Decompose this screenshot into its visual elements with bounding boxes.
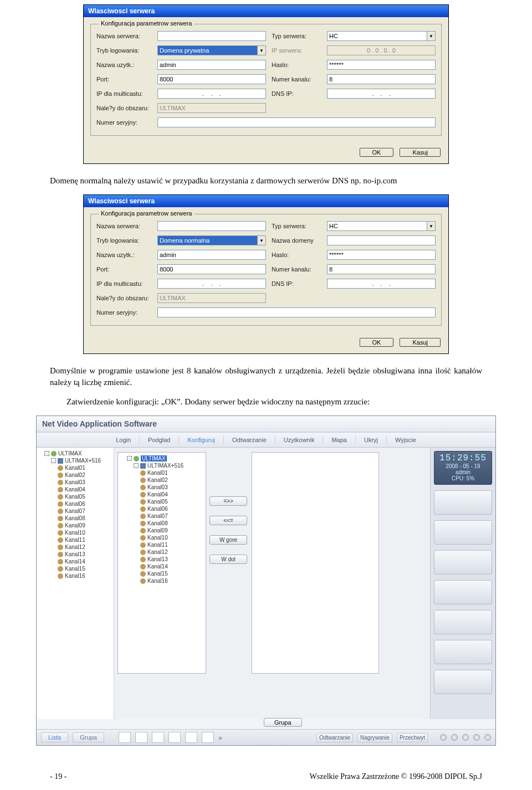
side-button-5[interactable] bbox=[434, 610, 492, 634]
tree-channel[interactable]: Kanal12 bbox=[58, 543, 112, 551]
move-up-button[interactable]: W gore bbox=[209, 535, 247, 545]
input-dns-ip[interactable]: . . . bbox=[327, 89, 436, 99]
nav-login[interactable]: Login bbox=[108, 435, 140, 444]
layout-8-icon[interactable] bbox=[168, 732, 181, 743]
tab-lista[interactable]: Lista bbox=[41, 732, 68, 742]
tree-channel[interactable]: Kanal04 bbox=[58, 486, 112, 493]
select-tryb-logowania[interactable]: ▼ bbox=[157, 235, 266, 245]
side-button-7[interactable] bbox=[434, 670, 492, 694]
input-nazwa-serwera[interactable] bbox=[157, 31, 266, 41]
chevron-down-icon[interactable]: ▼ bbox=[427, 221, 436, 231]
select-typ-serwera[interactable]: ▼ bbox=[327, 31, 436, 41]
tree-channel[interactable]: Kanal01 bbox=[140, 469, 203, 476]
chevron-down-icon[interactable]: ▼ bbox=[257, 45, 266, 55]
tree-channel[interactable]: Kanal06 bbox=[140, 505, 203, 512]
input-numer-kanalu[interactable] bbox=[327, 74, 436, 84]
tree-channel[interactable]: Kanal07 bbox=[140, 512, 203, 520]
dot-button-1[interactable] bbox=[440, 734, 447, 741]
input-numer-seryjny[interactable] bbox=[157, 307, 436, 317]
input-nazwa-serwera[interactable] bbox=[157, 221, 266, 231]
input-port[interactable] bbox=[157, 264, 266, 274]
nav-konfiguruj[interactable]: Konfiguruj bbox=[179, 435, 224, 444]
layout-more-icon[interactable]: » bbox=[218, 733, 222, 742]
input-nazwa-uzytk[interactable] bbox=[157, 250, 266, 260]
tree-channel[interactable]: Kanal06 bbox=[58, 500, 112, 507]
tree-root[interactable]: -ULTIMAX bbox=[44, 450, 112, 457]
layout-9-icon[interactable] bbox=[185, 732, 197, 743]
layout-1-icon[interactable] bbox=[119, 732, 131, 743]
nav-odtwarzanie[interactable]: Odtwarzanie bbox=[224, 435, 275, 444]
layout-6-icon[interactable] bbox=[152, 732, 164, 743]
tab-odtwarzanie[interactable]: Odtwarzanie bbox=[316, 733, 353, 742]
tree-device[interactable]: -ULTIMAX+516 bbox=[134, 462, 203, 469]
tab-grupa[interactable]: Grupa bbox=[73, 732, 104, 742]
tree-channel[interactable]: Kanal14 bbox=[140, 563, 203, 570]
select-tryb-logowania-value[interactable] bbox=[157, 45, 257, 55]
layout-16-icon[interactable] bbox=[202, 732, 214, 743]
tree-channel[interactable]: Kanal16 bbox=[58, 572, 112, 579]
tree-channel[interactable]: Kanal08 bbox=[140, 520, 203, 527]
tree-channel[interactable]: Kanal16 bbox=[140, 577, 203, 584]
tree-channel[interactable]: Kanal14 bbox=[58, 558, 112, 565]
tree-channel[interactable]: Kanal09 bbox=[58, 522, 112, 529]
select-typ-serwera[interactable]: ▼ bbox=[327, 221, 436, 231]
select-typ-serwera-value[interactable] bbox=[327, 221, 427, 231]
tree-channel[interactable]: Kanal03 bbox=[140, 484, 203, 491]
tree-channel[interactable]: Kanal05 bbox=[140, 498, 203, 505]
tree-channel[interactable]: Kanal04 bbox=[140, 491, 203, 498]
side-button-1[interactable] bbox=[434, 490, 492, 515]
tree-channel[interactable]: Kanal10 bbox=[140, 534, 203, 541]
chevron-down-icon[interactable]: ▼ bbox=[257, 235, 266, 245]
tree-device[interactable]: -ULTIMAX+516 bbox=[51, 457, 112, 464]
nav-ukryj[interactable]: Ukryj bbox=[356, 435, 387, 444]
dot-button-2[interactable] bbox=[451, 734, 458, 741]
tree-channel[interactable]: Kanal11 bbox=[140, 541, 203, 548]
input-dns-ip[interactable]: . . . bbox=[327, 279, 436, 289]
tree-channel[interactable]: Kanal11 bbox=[58, 536, 112, 543]
tree-channel[interactable]: Kanal09 bbox=[140, 527, 203, 534]
side-button-3[interactable] bbox=[434, 550, 492, 574]
nav-wyjscie[interactable]: Wyjscie bbox=[387, 435, 424, 444]
side-button-2[interactable] bbox=[434, 520, 492, 545]
cancel-button[interactable]: Kasuj bbox=[400, 148, 441, 157]
input-port[interactable] bbox=[157, 74, 266, 84]
tree-channel[interactable]: Kanal08 bbox=[58, 515, 112, 522]
layout-4-icon[interactable] bbox=[135, 732, 147, 743]
remove-button[interactable]: <<= bbox=[209, 516, 247, 525]
tab-nagrywanie[interactable]: Nagrywanie bbox=[357, 733, 392, 742]
add-button[interactable]: =>> bbox=[209, 496, 247, 506]
dot-button-3[interactable] bbox=[462, 734, 469, 741]
tree-root[interactable]: -ULTIMAX bbox=[127, 455, 203, 462]
tree-channel[interactable]: Kanal10 bbox=[58, 529, 112, 536]
side-button-4[interactable] bbox=[434, 580, 492, 604]
input-ip-multicastu[interactable]: . . . bbox=[157, 89, 266, 99]
ok-button[interactable]: OK bbox=[360, 148, 394, 157]
tree-channel[interactable]: Kanal13 bbox=[58, 551, 112, 558]
nav-mapa[interactable]: Mapa bbox=[323, 435, 356, 444]
tab-przechwyt[interactable]: Przechwyt bbox=[397, 733, 428, 742]
tree-channel[interactable]: Kanal02 bbox=[58, 471, 112, 479]
move-down-button[interactable]: W dol bbox=[209, 555, 247, 564]
tree-channel[interactable]: Kanal03 bbox=[58, 479, 112, 486]
tree-channel[interactable]: Kanal15 bbox=[140, 570, 203, 577]
grupa-button[interactable]: Grupa bbox=[264, 718, 302, 727]
tree-channel[interactable]: Kanal02 bbox=[140, 476, 203, 484]
tree-channel[interactable]: Kanal01 bbox=[58, 464, 112, 471]
input-numer-kanalu[interactable] bbox=[327, 264, 436, 274]
nav-uzytkownik[interactable]: Uzytkownik bbox=[275, 435, 324, 444]
tree-channel[interactable]: Kanal05 bbox=[58, 493, 112, 500]
cancel-button[interactable]: Kasuj bbox=[400, 338, 441, 347]
select-tryb-logowania[interactable]: ▼ bbox=[157, 45, 266, 55]
tree-channel[interactable]: Kanal07 bbox=[58, 507, 112, 515]
input-haslo[interactable] bbox=[327, 60, 436, 70]
input-nazwa-uzytk[interactable] bbox=[157, 60, 266, 70]
select-typ-serwera-value[interactable] bbox=[327, 31, 427, 41]
input-haslo[interactable] bbox=[327, 250, 436, 260]
dot-button-5[interactable] bbox=[484, 734, 491, 741]
nav-podglad[interactable]: Podglad bbox=[140, 435, 179, 444]
select-tryb-logowania-value[interactable] bbox=[157, 235, 257, 245]
tree-channel[interactable]: Kanal15 bbox=[58, 565, 112, 572]
input-nazwa-domeny[interactable] bbox=[327, 235, 436, 245]
tree-channel[interactable]: Kanal12 bbox=[140, 548, 203, 556]
side-button-6[interactable] bbox=[434, 640, 492, 664]
